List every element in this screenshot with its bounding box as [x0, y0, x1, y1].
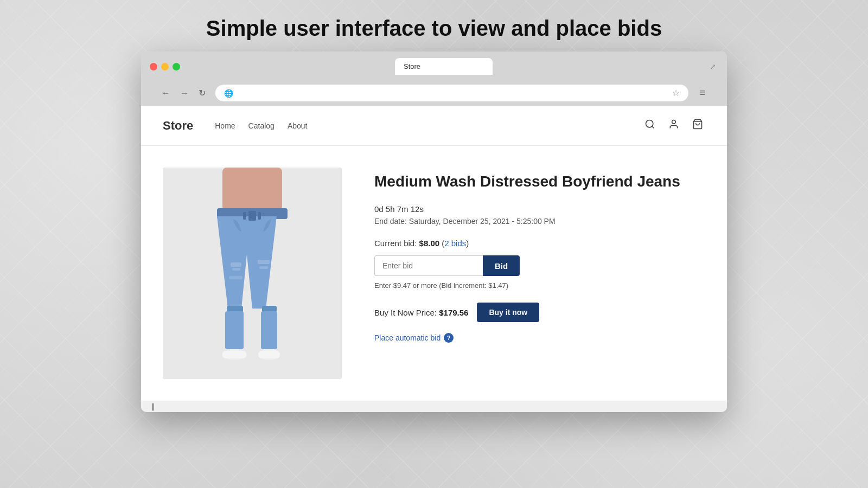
bid-input-row: Bid: [374, 255, 705, 276]
product-details: Medium Wash Distressed Boyfriend Jeans 0…: [374, 168, 705, 379]
end-date: End date: Saturday, December 25, 2021 - …: [374, 217, 705, 226]
svg-line-1: [652, 126, 654, 129]
browser-tabs: Store: [395, 58, 493, 75]
browser-menu-icon[interactable]: ≡: [695, 85, 710, 101]
svg-point-2: [672, 120, 676, 124]
current-bid-amount: $8.00: [419, 239, 440, 248]
reload-button[interactable]: ↻: [195, 86, 209, 100]
svg-rect-14: [225, 311, 244, 349]
svg-point-0: [646, 120, 653, 127]
account-icon: [668, 119, 679, 130]
auto-bid-label: Place automatic bid: [374, 333, 441, 342]
svg-rect-20: [243, 212, 246, 220]
close-button[interactable]: [150, 63, 157, 70]
nav-catalog[interactable]: Catalog: [248, 121, 275, 130]
nav-buttons: ← → ↻: [158, 86, 209, 100]
svg-rect-19: [258, 351, 280, 358]
status-text: ▐: [150, 403, 154, 410]
search-button[interactable]: [642, 117, 658, 134]
browser-top-bar: Store ⤢: [150, 58, 718, 75]
browser-window: Store ⤢ ← → ↻ 🌐 ☆ ≡: [141, 52, 727, 412]
svg-rect-10: [258, 260, 270, 264]
back-button[interactable]: ←: [158, 86, 174, 100]
auction-timer: 0d 5h 7m 12s: [374, 204, 705, 214]
bookmark-icon[interactable]: ☆: [672, 88, 680, 98]
window-controls: [150, 63, 180, 70]
buy-now-row: Buy It Now Price: $179.56 Buy it now: [374, 303, 705, 322]
nav-icons: [642, 117, 705, 134]
svg-rect-5: [222, 168, 282, 211]
product-area: Medium Wash Distressed Boyfriend Jeans 0…: [141, 146, 727, 401]
bid-count: 2 bids: [444, 239, 466, 248]
product-image: [163, 168, 342, 379]
store-logo: Store: [163, 119, 193, 133]
svg-rect-8: [232, 268, 240, 271]
account-button[interactable]: [666, 117, 681, 134]
nav-links: Home Catalog About: [215, 121, 625, 130]
svg-rect-11: [259, 266, 268, 269]
cart-icon: [692, 119, 703, 130]
current-bid-label: Current bid:: [374, 239, 417, 248]
browser-chrome: Store ⤢ ← → ↻ 🌐 ☆ ≡: [141, 52, 727, 106]
browser-status-bar: ▐: [141, 401, 727, 412]
active-tab[interactable]: Store: [395, 58, 493, 75]
svg-rect-22: [248, 211, 256, 221]
address-field[interactable]: 🌐 ☆: [215, 85, 688, 101]
buy-now-price: $179.56: [439, 308, 468, 317]
buy-now-label: Buy It Now Price: $179.56: [374, 308, 468, 317]
svg-rect-9: [229, 276, 242, 279]
store-navigation: Store Home Catalog About: [141, 106, 727, 146]
tab-title: Store: [404, 62, 420, 70]
nav-home[interactable]: Home: [215, 121, 235, 130]
buy-now-button[interactable]: Buy it now: [477, 303, 539, 322]
end-date-value: Saturday, December 25, 2021 - 5:25:00 PM: [409, 217, 556, 226]
maximize-button[interactable]: [173, 63, 180, 70]
globe-icon: 🌐: [224, 89, 233, 98]
bid-button[interactable]: Bid: [483, 255, 520, 276]
svg-rect-18: [222, 351, 246, 358]
cart-button[interactable]: [690, 117, 705, 134]
product-image-svg: [163, 168, 342, 379]
svg-rect-21: [258, 212, 261, 220]
forward-button[interactable]: →: [177, 86, 192, 100]
current-bid-row: Current bid: $8.00 (2 bids): [374, 239, 705, 248]
page-headline: Simple user interface to view and place …: [0, 0, 868, 52]
nav-about[interactable]: About: [288, 121, 308, 130]
search-icon: [644, 119, 655, 130]
product-title: Medium Wash Distressed Boyfriend Jeans: [374, 172, 705, 191]
bid-hint: Enter $9.47 or more (Bid increment: $1.4…: [374, 281, 705, 290]
help-icon[interactable]: ?: [444, 333, 454, 343]
product-image-container: [163, 168, 342, 379]
expand-icon[interactable]: ⤢: [707, 61, 718, 72]
store-page: Store Home Catalog About: [141, 106, 727, 401]
svg-rect-15: [261, 311, 277, 349]
auto-bid-link[interactable]: Place automatic bid ?: [374, 333, 705, 343]
svg-rect-7: [231, 262, 241, 267]
end-date-label: End date:: [374, 217, 407, 226]
bid-input[interactable]: [374, 255, 483, 276]
browser-address-bar: ← → ↻ 🌐 ☆ ≡: [150, 80, 718, 106]
minimize-button[interactable]: [161, 63, 169, 70]
